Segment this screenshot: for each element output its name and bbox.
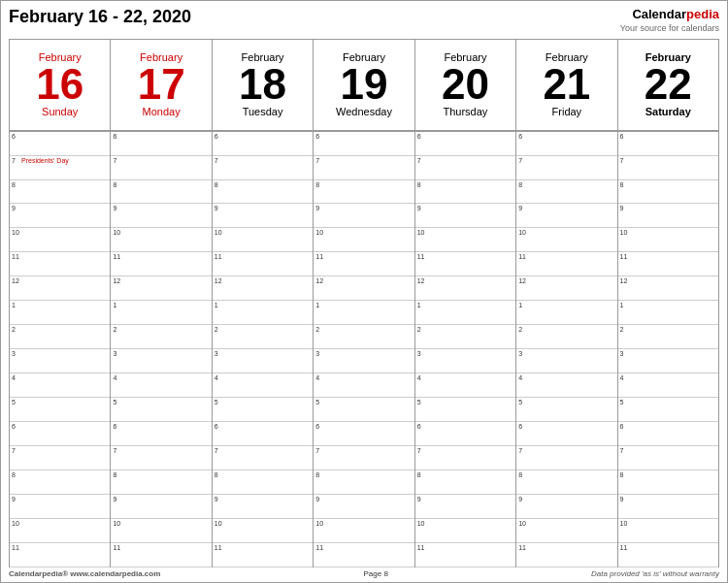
time-row: 10	[314, 228, 414, 252]
time-label: 9	[215, 496, 222, 502]
time-label: 2	[315, 326, 323, 333]
time-row: 6	[314, 132, 414, 156]
brand-accent: pedia	[686, 7, 719, 21]
time-row: 5	[213, 398, 313, 422]
time-label: 8	[12, 471, 19, 478]
time-row: 7	[111, 446, 211, 470]
time-label: 6	[215, 133, 222, 140]
time-row: 3	[213, 349, 313, 373]
time-row: 8	[10, 470, 110, 495]
time-label: 8	[12, 181, 19, 188]
time-label: 11	[113, 544, 120, 551]
time-row: 10	[10, 519, 110, 543]
time-label: 10	[417, 229, 425, 236]
time-label: 10	[315, 229, 323, 236]
time-label: 12	[620, 277, 628, 284]
time-label: 5	[113, 399, 120, 405]
page-title: February 16 - 22, 2020	[9, 7, 191, 27]
time-label: 7	[315, 447, 323, 454]
time-label: 7	[215, 447, 222, 454]
time-label: 11	[12, 544, 19, 551]
day-column-friday: February21Friday67891011121234567891011	[516, 40, 617, 567]
time-label: 11	[113, 253, 120, 260]
time-rows: 67891011121234567891011	[516, 132, 616, 567]
time-row: 10	[10, 228, 110, 252]
time-row: 6	[213, 132, 313, 156]
time-label: 11	[215, 544, 222, 551]
time-row: 9	[415, 495, 515, 519]
time-label: 9	[417, 496, 425, 502]
time-row: 6	[111, 422, 211, 446]
time-row: 2	[111, 325, 211, 349]
time-label: 10	[417, 520, 425, 527]
time-row: 6	[314, 422, 414, 446]
time-row: 7	[314, 446, 414, 470]
time-label: 11	[12, 253, 19, 260]
time-label: 12	[315, 277, 323, 284]
time-row: 8	[415, 470, 515, 495]
time-label: 9	[417, 205, 425, 211]
time-label: 11	[417, 544, 425, 551]
time-label: 1	[113, 302, 120, 308]
time-label: 2	[215, 326, 222, 333]
time-row: 7	[314, 156, 414, 180]
time-label: 6	[113, 133, 120, 140]
time-rows: 67891011121234567891011	[314, 132, 414, 567]
time-row: 7	[415, 446, 515, 470]
time-row: 12	[314, 276, 414, 301]
day-name-label: Thursday	[443, 106, 487, 117]
time-row: 11	[213, 543, 313, 567]
time-label: 10	[518, 229, 526, 236]
time-rows: 67891011121234567891011	[618, 132, 718, 567]
time-row: 6	[516, 132, 616, 156]
time-row: 5	[111, 398, 211, 422]
time-row: 12	[415, 276, 515, 301]
time-label: 9	[113, 205, 120, 211]
time-label: 8	[417, 181, 425, 188]
time-label: 11	[620, 253, 628, 260]
time-row: 9	[213, 495, 313, 519]
time-label: 4	[417, 374, 425, 381]
time-row: 11	[314, 543, 414, 567]
time-row: 1	[314, 301, 414, 325]
time-label: 11	[518, 544, 526, 551]
time-row: 9	[618, 204, 718, 228]
time-label: 1	[12, 302, 19, 308]
time-label: 12	[215, 277, 222, 284]
time-label: 7	[417, 447, 425, 454]
time-label: 5	[315, 399, 323, 405]
time-label: 10	[113, 229, 120, 236]
time-label: 5	[215, 399, 222, 405]
time-row: 9	[516, 495, 616, 519]
time-row: 12	[516, 276, 616, 301]
time-label: 3	[417, 350, 425, 357]
time-row: 4	[111, 373, 211, 398]
time-row: 10	[314, 519, 414, 543]
time-label: 8	[417, 471, 425, 478]
time-row: 9	[10, 204, 110, 228]
day-number-label: 19	[341, 63, 388, 106]
time-row: 11	[10, 252, 110, 276]
time-label: 1	[620, 302, 628, 308]
time-rows: 67891011121234567891011	[111, 132, 211, 567]
time-label: 2	[417, 326, 425, 333]
footer-right: Data provided 'as is' without warranty	[591, 569, 719, 578]
time-label: 7	[12, 447, 19, 454]
time-row: 1	[213, 301, 313, 325]
time-row: 7	[213, 156, 313, 180]
time-rows: 67Presidents' Day891011121234567891011	[10, 132, 110, 567]
time-label: 12	[113, 277, 120, 284]
day-column-thursday: February20Thursday6789101112123456789101…	[415, 40, 516, 567]
time-row: 10	[516, 519, 616, 543]
time-label: 9	[518, 496, 526, 502]
day-header-thursday: February20Thursday	[415, 40, 515, 132]
day-column-saturday: February22Saturday6789101112123456789101…	[618, 40, 719, 567]
time-row: 9	[516, 204, 616, 228]
time-label: 12	[417, 277, 425, 284]
time-label: 6	[12, 133, 19, 140]
time-row: 11	[618, 543, 718, 567]
time-row: 6	[618, 132, 718, 156]
day-number-label: 21	[543, 63, 590, 106]
time-label: 10	[12, 229, 19, 236]
time-label: 10	[518, 520, 526, 527]
